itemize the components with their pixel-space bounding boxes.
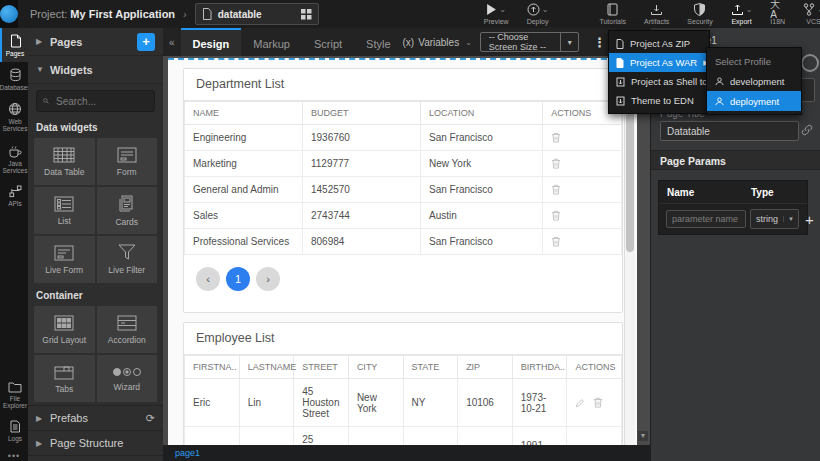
collapse-panel-icon[interactable]: «: [163, 37, 181, 48]
col-name[interactable]: NAME: [185, 102, 303, 125]
security-button[interactable]: Security: [687, 3, 712, 25]
export-button[interactable]: ⌄ Export: [731, 3, 753, 25]
tab-style[interactable]: Style: [354, 28, 402, 56]
i18n-button[interactable]: 大A I18N: [770, 3, 785, 25]
artifacts-button[interactable]: Artifacts: [644, 3, 669, 25]
param-type-select[interactable]: string ▼: [750, 209, 799, 229]
tab-markup[interactable]: Markup: [241, 28, 302, 56]
menu-item-theme-to-edn[interactable]: Theme to EDN: [609, 91, 709, 110]
widget-list[interactable]: List: [34, 187, 95, 234]
department-list-widget[interactable]: Department List NAME BUDGET LOCATION ACT…: [183, 68, 623, 313]
table-row[interactable]: Engineering 1936760 San Francisco: [185, 125, 622, 151]
widget-live-form[interactable]: Live Form: [34, 236, 95, 283]
globe-icon: [8, 102, 22, 116]
delete-icon[interactable]: [593, 397, 603, 408]
table-row[interactable]: Sales 2743744 Austin: [185, 203, 622, 229]
scrollbar-down-arrow[interactable]: ▼: [638, 431, 648, 441]
employee-list-title: Employee List: [184, 323, 622, 355]
rail-item-web-services[interactable]: Web Services: [0, 96, 28, 137]
col-location[interactable]: LOCATION: [420, 102, 542, 125]
left-panel: ▶ Pages + ▼ Widgets Data widgets Data Ta…: [28, 28, 163, 461]
menu-item-project-as-zip[interactable]: Project As ZIP: [609, 34, 709, 53]
param-name-input[interactable]: [666, 210, 746, 228]
bind-link-icon[interactable]: [801, 124, 813, 136]
widget-cards[interactable]: Cards: [97, 187, 158, 234]
employee-table: FIRSTNA.. LASTNAME STREET CITY STATE ZIP…: [184, 355, 622, 447]
rail-item-pages[interactable]: Pages: [0, 28, 28, 62]
project-breadcrumb: Project: My First Application: [30, 8, 175, 20]
file-solid-icon: [616, 58, 624, 68]
funnel-icon: [118, 244, 136, 261]
page-selector[interactable]: datatable: [195, 3, 319, 25]
brand-logo[interactable]: [0, 0, 18, 28]
rail-more-icon[interactable]: •••: [0, 451, 28, 461]
pagination-prev-button[interactable]: ‹: [196, 267, 220, 291]
widget-wizard[interactable]: Wizard: [97, 355, 158, 402]
container-widgets-header: Container: [28, 286, 163, 303]
bottom-tab-page1[interactable]: page1: [163, 448, 200, 458]
tab-script[interactable]: Script: [302, 28, 354, 56]
refresh-circle-icon[interactable]: [801, 54, 819, 72]
rail-item-logs[interactable]: Logs: [0, 414, 28, 447]
widget-form[interactable]: Form: [97, 138, 158, 185]
widget-tabs[interactable]: Tabs: [34, 355, 95, 402]
submenu-item-deployment[interactable]: deployment: [707, 91, 801, 111]
vcs-button[interactable]: ⌄ VCS: [803, 3, 820, 25]
widget-grid-layout[interactable]: Grid Layout: [34, 306, 95, 353]
widget-accordion[interactable]: Accordion: [97, 306, 158, 353]
edit-icon[interactable]: [575, 398, 585, 408]
rail-item-databases[interactable]: Databases: [0, 62, 28, 96]
delete-icon[interactable]: [551, 210, 561, 221]
widget-data-table[interactable]: Data Table: [34, 138, 95, 185]
add-page-button[interactable]: +: [137, 33, 155, 51]
table-row[interactable]: Professional Services 806984 San Francis…: [185, 229, 622, 255]
pagination-page-1[interactable]: 1: [226, 267, 250, 291]
table-row[interactable]: General and Admin 1452570 San Francisco: [185, 177, 622, 203]
profile-person-icon: [715, 77, 724, 86]
tab-design[interactable]: Design: [181, 28, 242, 56]
employee-list-widget[interactable]: Employee List FIRSTNA.. LASTNAME STREET …: [183, 322, 623, 447]
screen-size-dropdown[interactable]: -- Choose Screen Size -- ▼: [480, 32, 579, 52]
prefabs-section[interactable]: ▶ Prefabs ⟳: [28, 405, 163, 430]
rail-item-java-services[interactable]: Java Services: [0, 138, 28, 179]
table-row[interactable]: Brad Tucker 25 Liberty Pl Boston MA 0212…: [185, 427, 622, 448]
preview-button[interactable]: ⌄ Preview: [484, 3, 509, 25]
delete-icon[interactable]: [551, 184, 561, 195]
menu-item-project-as-war[interactable]: Project As WAR ▶: [609, 53, 709, 72]
widget-live-filter[interactable]: Live Filter: [97, 236, 158, 283]
top-bar: Project: My First Application › datatabl…: [0, 0, 820, 28]
add-param-button[interactable]: +: [805, 211, 814, 228]
dropdown-arrow-icon: ▼: [783, 216, 798, 222]
rail-item-file-explorer[interactable]: File Explorer: [0, 375, 28, 414]
menu-item-project-as-shell-to-edn[interactable]: Project as Shell to EDN: [609, 72, 709, 91]
page-title-input[interactable]: [660, 121, 799, 141]
canvas-page[interactable]: Department List NAME BUDGET LOCATION ACT…: [168, 58, 637, 447]
grid-menu-icon[interactable]: [301, 9, 312, 20]
deploy-button[interactable]: ⌄ Deploy: [527, 3, 549, 25]
delete-icon[interactable]: [551, 132, 561, 143]
widget-search-input[interactable]: [54, 95, 148, 108]
collapse-arrow-icon: ▶: [36, 414, 44, 423]
widgets-section-header[interactable]: ▼ Widgets: [28, 56, 163, 84]
export-menu: Project As ZIP Project As WAR ▶ Project …: [608, 30, 710, 114]
wizard-steps-icon: [112, 366, 142, 378]
table-row[interactable]: Eric Lin 45 Houston Street New York NY 1…: [185, 379, 622, 427]
widget-search-box[interactable]: [36, 90, 155, 112]
col-budget[interactable]: BUDGET: [302, 102, 420, 125]
deploy-icon: [527, 3, 540, 16]
variables-section[interactable]: ▶ Variables: [28, 455, 163, 461]
page-params-header[interactable]: Page Params: [651, 150, 820, 170]
tutorials-button[interactable]: Tutorials: [599, 3, 626, 25]
submenu-item-development[interactable]: development: [707, 71, 801, 91]
delete-icon[interactable]: [551, 158, 561, 169]
delete-icon[interactable]: [551, 236, 561, 247]
refresh-icon[interactable]: ⟳: [146, 412, 155, 425]
pagination-next-button[interactable]: ›: [256, 267, 280, 291]
table-row[interactable]: Marketing 1129777 New York: [185, 151, 622, 177]
rail-item-apis[interactable]: APIs: [0, 179, 28, 212]
pages-section-header[interactable]: ▶ Pages +: [28, 28, 163, 56]
canvas-scrollbar[interactable]: [624, 60, 635, 447]
page-structure-section[interactable]: ▶ Page Structure: [28, 430, 163, 455]
variables-button[interactable]: (x) Variables ⌄: [403, 37, 472, 48]
collapse-arrow-icon: ▶: [36, 37, 44, 46]
